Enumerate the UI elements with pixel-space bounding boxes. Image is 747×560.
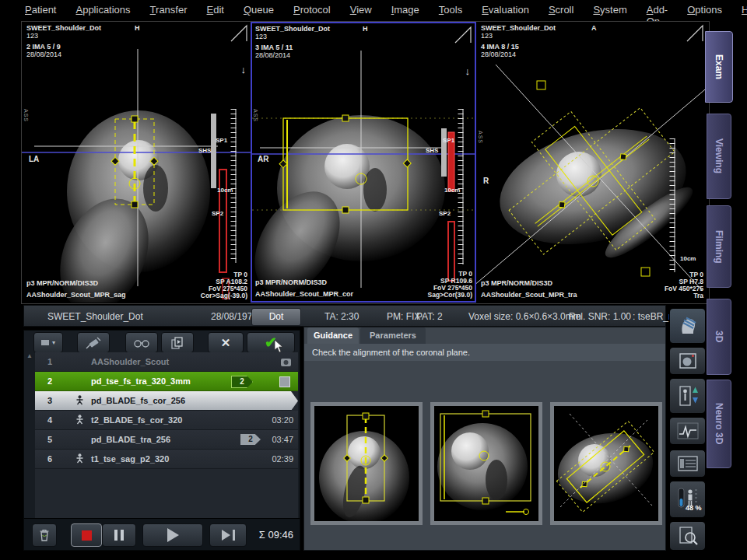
scroll-up-icon[interactable]: ▲ xyxy=(26,352,33,359)
tech-info-overlay: p3 MPR/NORM/DIS3D xyxy=(481,279,552,287)
queue-transport-bar: Σ 09:46 xyxy=(24,518,300,550)
position-info-block: TP 0 SP H7.8 FoV 450*275 Tra xyxy=(665,271,703,299)
tab-guidance[interactable]: Guidance xyxy=(307,327,359,344)
contrast-injection-button[interactable] xyxy=(77,332,110,353)
corner-fold-icon[interactable] xyxy=(230,24,248,43)
guidance-thumb-transversal[interactable] xyxy=(550,402,662,525)
cancel-button[interactable]: ✕ xyxy=(208,332,244,353)
scale-label: 10cm xyxy=(444,187,460,194)
head-coil-icon xyxy=(677,315,699,337)
sp2-label: SP2 xyxy=(212,210,223,217)
patient-reposition-button[interactable] xyxy=(669,378,706,414)
patient-name-overlay: SWEET_Shoulder_Dot xyxy=(481,24,556,32)
patient-icon xyxy=(75,415,84,425)
queue-row-6[interactable]: 6 t1_tse_sag_p2_320 02:39 xyxy=(35,450,298,469)
dot-engine-button[interactable]: Dot xyxy=(251,308,301,326)
queue-row-4[interactable]: 4 t2_BLADE_fs_cor_320 03:20 xyxy=(35,411,298,430)
coil-selection-button[interactable] xyxy=(669,308,706,344)
shs-label: SHS xyxy=(198,147,211,154)
menu-transfer[interactable]: Transfer xyxy=(150,4,188,19)
sequence-duration: 03:47 xyxy=(272,430,293,449)
menu-tools[interactable]: Tools xyxy=(439,4,462,19)
voxel-size: Voxel size: 0.6×0.6×3.0mm xyxy=(468,311,581,322)
syringe-icon xyxy=(85,336,102,350)
queue-row-3-selected[interactable]: 3 pd_BLADE_fs_cor_256 xyxy=(35,391,298,411)
orientation-info: Cor>Sag(-39.0) xyxy=(201,292,247,299)
play-icon xyxy=(167,528,179,542)
menu-options[interactable]: Options xyxy=(687,4,722,19)
thumb-image xyxy=(434,406,538,521)
tab-exam[interactable]: Exam xyxy=(705,31,733,103)
sequence-type: : tseBR_rr xyxy=(633,311,675,322)
patient-icon xyxy=(75,395,84,405)
queue-split-button[interactable]: ▾ xyxy=(33,332,63,353)
scroll-down-icon[interactable]: ↓ xyxy=(241,64,247,75)
image-number-overlay: 2 IMA 5 / 9 xyxy=(26,43,61,51)
menu-system[interactable]: System xyxy=(593,4,626,19)
viewport-sagittal[interactable]: ↓ SWEET_Shoulder_Dot 123 2 IMA 5 / 9 28/… xyxy=(22,22,251,303)
magnifier-document-icon xyxy=(677,526,699,546)
menu-scroll[interactable]: Scroll xyxy=(549,4,574,19)
queue-row-5[interactable]: 5 pd_BLADE_tra_256 2 03:47 xyxy=(35,430,298,450)
view-protocol-button[interactable] xyxy=(125,332,158,353)
image-head-icon xyxy=(678,352,698,370)
orientation-left-label: AR xyxy=(258,156,268,163)
pause-marker-icon[interactable] xyxy=(279,376,290,387)
image-display-button[interactable] xyxy=(669,347,706,375)
menu-queue[interactable]: Queue xyxy=(244,4,274,19)
guidance-thumb-coronal[interactable] xyxy=(310,402,423,525)
tab-neuro-3d[interactable]: Neuro 3D xyxy=(707,380,731,468)
patient-name-overlay: SWEET_Shoulder_Dot xyxy=(255,25,330,33)
close-icon: ✕ xyxy=(221,336,231,350)
menu-protocol[interactable]: Protocol xyxy=(293,4,331,19)
patient-id-overlay: 123 xyxy=(26,32,38,40)
series-name-overlay: AAShoulder_Scout_MPR_tra xyxy=(481,291,577,299)
viewport-coronal-selected[interactable]: ↓ SWEET_Shoulder_Dot 123 3 IMA 5 / 11 28… xyxy=(251,22,476,303)
menu-edit[interactable]: Edit xyxy=(207,4,224,19)
copy-references-button[interactable] xyxy=(161,332,194,353)
pause-button[interactable] xyxy=(102,523,136,547)
measurement-count-badge: 2 xyxy=(231,376,253,388)
corner-fold-icon[interactable] xyxy=(686,24,704,43)
skip-button[interactable] xyxy=(209,523,247,547)
tab-3d[interactable]: 3D xyxy=(707,299,731,375)
measurement-queue-panel: ▾ ✕ ✔ xyxy=(23,330,300,551)
menu-view[interactable]: View xyxy=(350,4,372,19)
guidance-thumb-sagittal[interactable] xyxy=(430,402,542,525)
orientation-left-label: R xyxy=(483,177,489,185)
scroll-down-icon[interactable]: ↓ xyxy=(465,65,471,77)
series-name-overlay: AAShoulder_Scout_MPR_cor xyxy=(255,290,353,298)
tab-viewing[interactable]: Viewing xyxy=(707,114,731,199)
relative-snr: Rel. SNR: 1.00 xyxy=(569,311,631,322)
applied-series-icon xyxy=(280,357,292,367)
queue-row-1[interactable]: 1 AAShoulder_Scout xyxy=(35,352,298,372)
corner-fold-icon[interactable] xyxy=(454,26,472,44)
position-info-block: TP 0 SP A108.2 FoV 275*450 Cor>Sag(-39.0… xyxy=(201,271,247,299)
row-number: 4 xyxy=(47,411,61,429)
delete-button[interactable] xyxy=(32,523,57,547)
menu-image[interactable]: Image xyxy=(391,4,419,19)
exam-patient-name: SWEET_Shoulder_Dot xyxy=(47,311,143,322)
menu-help[interactable]: Help xyxy=(742,4,747,19)
inline-display-button[interactable] xyxy=(669,521,706,551)
acquisition-time: TA: 2:30 xyxy=(324,311,359,322)
queue-row-2-running[interactable]: 2 pd_tse_fs_tra_320_3mm 2 xyxy=(35,372,298,391)
tab-filming[interactable]: Filming xyxy=(707,205,731,288)
confirm-button[interactable]: ✔ xyxy=(247,332,295,353)
menu-addon[interactable]: Add-On xyxy=(647,4,668,19)
viewport-transversal[interactable]: SWEET_Shoulder_Dot 123 4 IMA 8 / 15 28/0… xyxy=(476,22,707,303)
menu-evaluation[interactable]: Evaluation xyxy=(482,4,529,19)
physio-display-button[interactable] xyxy=(669,417,706,445)
play-button[interactable] xyxy=(142,523,203,547)
patient-id-overlay: 123 xyxy=(481,32,493,40)
menu-applications[interactable]: Applications xyxy=(75,4,130,19)
stop-button[interactable] xyxy=(71,523,102,547)
menu-patient[interactable]: Patient xyxy=(25,4,56,19)
tab-parameters[interactable]: Parameters xyxy=(360,327,426,344)
exposure-card-button[interactable] xyxy=(669,450,706,478)
row-number: 1 xyxy=(47,352,61,371)
patient-name-overlay: SWEET_Shoulder_Dot xyxy=(26,24,101,32)
patient-id-overlay: 123 xyxy=(255,33,267,40)
thumb-image xyxy=(314,406,419,521)
sar-monitor-button[interactable] xyxy=(669,481,706,518)
